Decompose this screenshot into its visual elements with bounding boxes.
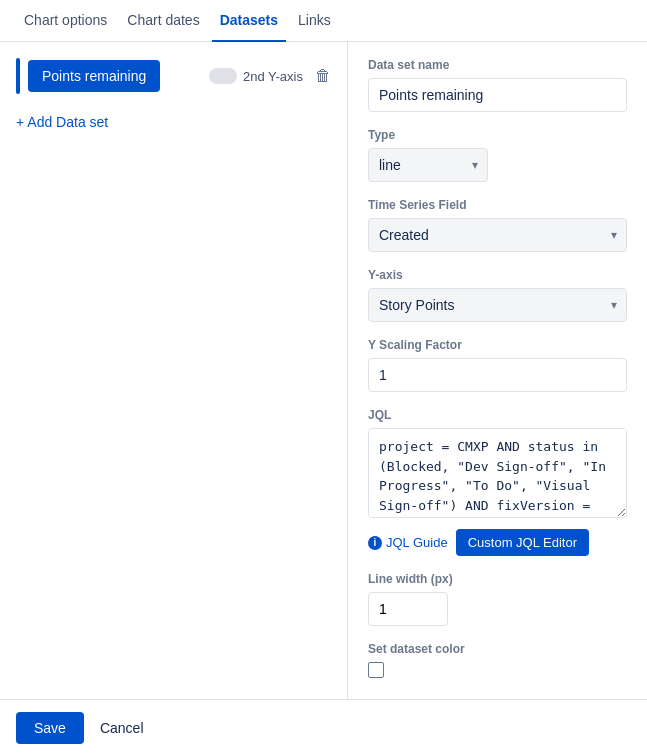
yaxis-label: Y-axis xyxy=(368,268,627,282)
time-series-group: Time Series Field Created Updated Resolv… xyxy=(368,198,627,252)
time-series-select-wrapper: Created Updated Resolved ▾ xyxy=(368,218,627,252)
page-wrapper: Chart options Chart dates Datasets Links… xyxy=(0,0,647,756)
tab-links[interactable]: Links xyxy=(290,0,339,42)
jql-textarea[interactable]: project = CMXP AND status in (Blocked, "… xyxy=(368,428,627,518)
dataset-color-indicator xyxy=(16,58,20,94)
type-select-wrapper: line bar area ▾ xyxy=(368,148,488,182)
cancel-button[interactable]: Cancel xyxy=(96,712,148,744)
dataset-item: Points remaining 2nd Y-axis 🗑 xyxy=(16,58,331,94)
dataset-name-input[interactable] xyxy=(368,78,627,112)
tab-chart-dates[interactable]: Chart dates xyxy=(119,0,207,42)
yaxis-group: Y-axis Story Points Issue Count ▾ xyxy=(368,268,627,322)
y-scaling-label: Y Scaling Factor xyxy=(368,338,627,352)
custom-jql-button[interactable]: Custom JQL Editor xyxy=(456,529,589,556)
second-yaxis-label: 2nd Y-axis xyxy=(243,69,303,84)
line-width-label: Line width (px) xyxy=(368,572,627,586)
set-color-checkbox[interactable] xyxy=(368,662,384,678)
type-group: Type line bar area ▾ xyxy=(368,128,627,182)
yaxis-select-wrapper: Story Points Issue Count ▾ xyxy=(368,288,627,322)
footer: Save Cancel xyxy=(0,699,647,756)
jql-info-icon: i xyxy=(368,536,382,550)
main-layout: Points remaining 2nd Y-axis 🗑 + Add Data… xyxy=(0,42,647,753)
time-series-label: Time Series Field xyxy=(368,198,627,212)
jql-label: JQL xyxy=(368,408,627,422)
tab-datasets[interactable]: Datasets xyxy=(212,0,286,42)
save-button[interactable]: Save xyxy=(16,712,84,744)
second-yaxis-toggle[interactable]: 2nd Y-axis xyxy=(209,68,303,84)
delete-dataset-icon[interactable]: 🗑 xyxy=(315,67,331,85)
jql-guide-label: JQL Guide xyxy=(386,535,448,550)
dataset-name-label: Data set name xyxy=(368,58,627,72)
time-series-select[interactable]: Created Updated Resolved xyxy=(368,218,627,252)
line-width-input[interactable] xyxy=(368,592,448,626)
jql-group: JQL project = CMXP AND status in (Blocke… xyxy=(368,408,627,556)
second-yaxis-checkbox[interactable] xyxy=(209,68,237,84)
tabs-nav: Chart options Chart dates Datasets Links xyxy=(0,0,647,42)
jql-guide-link[interactable]: i JQL Guide xyxy=(368,535,448,550)
y-scaling-input[interactable] xyxy=(368,358,627,392)
set-color-label: Set dataset color xyxy=(368,642,627,656)
right-panel: Data set name Type line bar area ▾ Time … xyxy=(348,42,647,753)
left-panel: Points remaining 2nd Y-axis 🗑 + Add Data… xyxy=(0,42,348,753)
add-dataset-label: + Add Data set xyxy=(16,114,108,130)
type-label: Type xyxy=(368,128,627,142)
yaxis-select[interactable]: Story Points Issue Count xyxy=(368,288,627,322)
y-scaling-group: Y Scaling Factor xyxy=(368,338,627,392)
set-color-group: Set dataset color xyxy=(368,642,627,681)
line-width-group: Line width (px) xyxy=(368,572,627,626)
jql-actions: i JQL Guide Custom JQL Editor xyxy=(368,529,627,556)
type-select[interactable]: line bar area xyxy=(368,148,488,182)
dataset-name-group: Data set name xyxy=(368,58,627,112)
add-dataset-button[interactable]: + Add Data set xyxy=(16,110,331,134)
dataset-select-button[interactable]: Points remaining xyxy=(28,60,160,92)
tab-chart-options[interactable]: Chart options xyxy=(16,0,115,42)
